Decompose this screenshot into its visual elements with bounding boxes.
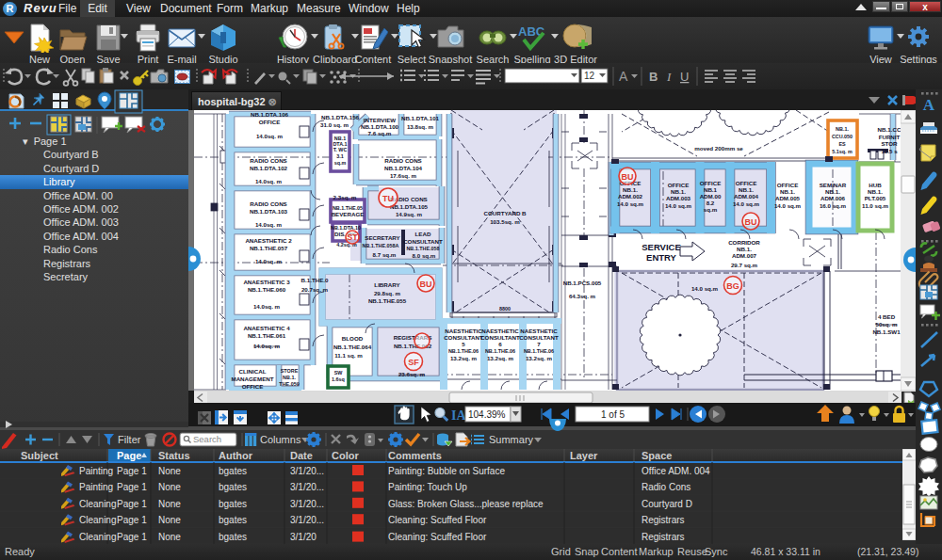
- svg-text:Search: Search: [193, 434, 221, 444]
- svg-text:NB.1.: NB.1.: [737, 246, 752, 252]
- svg-text:11.1 sq. m: 11.1 sq. m: [334, 352, 363, 359]
- svg-text:64.3sq. m: 64.3sq. m: [569, 293, 596, 299]
- svg-text:NB.1.: NB.1.: [825, 188, 840, 195]
- svg-text:ADM.007: ADM.007: [732, 252, 757, 259]
- svg-text:ADM.005: ADM.005: [775, 195, 801, 201]
- svg-text:29.8sq. m: 29.8sq. m: [374, 290, 401, 296]
- svg-text:Layer: Layer: [570, 450, 598, 461]
- svg-text:BU: BU: [745, 217, 757, 227]
- svg-text:OFFICE: OFFICE: [777, 182, 799, 188]
- svg-text:CLINICAL: CLINICAL: [239, 368, 267, 375]
- svg-text:8800: 8800: [499, 306, 511, 312]
- svg-text:ES: ES: [838, 141, 846, 147]
- svg-text:CCU.050: CCU.050: [832, 134, 853, 139]
- svg-text:14.0sq. m: 14.0sq. m: [255, 221, 283, 228]
- svg-text:3/1/20: 3/1/20: [290, 532, 317, 542]
- svg-text:Painting: Painting: [79, 482, 113, 492]
- svg-text:CONSULTANT: CONSULTANT: [444, 334, 483, 341]
- svg-text:Filter: Filter: [118, 434, 141, 445]
- svg-text:7.6 sq.m: 7.6 sq.m: [368, 130, 392, 136]
- svg-text:13.5 s: 13.5 s: [881, 148, 898, 154]
- svg-text:14.0sq. m: 14.0sq. m: [255, 178, 283, 184]
- svg-text:14.0 sq.m: 14.0 sq.m: [665, 202, 692, 209]
- svg-text:3.1: 3.1: [336, 153, 344, 159]
- svg-text:ADM.002: ADM.002: [618, 193, 643, 200]
- svg-text:None: None: [158, 532, 181, 542]
- svg-text:IA: IA: [451, 408, 466, 423]
- svg-text:Registrars: Registrars: [642, 515, 685, 525]
- svg-text:Cleaning: Cleaning: [79, 499, 116, 509]
- svg-text:5.1sq. m: 5.1sq. m: [832, 149, 853, 154]
- svg-text:Page 1: Page 1: [117, 499, 147, 509]
- svg-text:Author: Author: [219, 450, 253, 461]
- svg-text:8.2: 8.2: [706, 200, 715, 206]
- svg-text:14.9sq. m: 14.9sq. m: [396, 211, 423, 217]
- svg-text:14.0sq. m: 14.0sq. m: [255, 258, 283, 264]
- svg-text:Page 1: Page 1: [117, 466, 147, 476]
- svg-text:Cleaning: Scuffed Floor: Cleaning: Scuffed Floor: [388, 532, 487, 542]
- svg-text:OFFICE: OFFICE: [259, 119, 281, 125]
- svg-text:11.0 sq.m: 11.0 sq.m: [862, 202, 888, 209]
- svg-text:Courtyard D: Courtyard D: [642, 499, 692, 509]
- svg-text:None: None: [158, 482, 181, 492]
- svg-text:14.0 sq.m: 14.0 sq.m: [617, 200, 644, 207]
- svg-text:ENTRY: ENTRY: [646, 252, 677, 263]
- svg-text:Page 1: Page 1: [117, 532, 147, 542]
- svg-text:BG: BG: [726, 281, 739, 291]
- svg-text:Painting: Painting: [79, 466, 113, 476]
- svg-text:SF: SF: [408, 358, 419, 367]
- svg-text:THE.059: THE.059: [279, 381, 299, 387]
- svg-text:SERVICE: SERVICE: [642, 242, 681, 252]
- svg-text:CONSULTANT: CONSULTANT: [403, 238, 443, 245]
- svg-text:8.0 sq.m: 8.0 sq.m: [413, 252, 436, 259]
- svg-text:BU: BU: [622, 172, 634, 182]
- svg-text:BLOOD: BLOOD: [342, 335, 364, 342]
- svg-text:NB.1.: NB.1.: [868, 188, 883, 195]
- svg-text:12: 12: [584, 71, 595, 81]
- svg-text:31.0 sq. m: 31.0 sq. m: [320, 121, 349, 128]
- svg-text:bgates: bgates: [219, 482, 247, 492]
- svg-text:Painting: Touch Up: Painting: Touch Up: [388, 482, 467, 492]
- svg-text:I: I: [666, 70, 672, 84]
- svg-text:LEAD: LEAD: [415, 231, 431, 237]
- svg-text:NB.1.: NB.1.: [671, 188, 686, 195]
- svg-text:3/1/20...: 3/1/20...: [290, 482, 324, 492]
- svg-text:A: A: [923, 96, 935, 114]
- svg-text:MANAGEMENT: MANAGEMENT: [231, 376, 273, 382]
- svg-text:29.7 sq.m: 29.7 sq.m: [731, 262, 758, 268]
- svg-text:Date: Date: [290, 450, 313, 461]
- svg-text:NB.1.: NB.1.: [780, 188, 795, 195]
- svg-text:50sq. m: 50sq. m: [875, 321, 898, 328]
- svg-text:NAESTHETIC: NAESTHETIC: [520, 328, 558, 334]
- svg-text:bgates: bgates: [219, 515, 247, 525]
- svg-text:ANAESTHETIC 2: ANAESTHETIC 2: [245, 237, 292, 244]
- svg-text:1.6sq: 1.6sq: [332, 376, 345, 382]
- svg-text:Comments: Comments: [388, 450, 442, 461]
- svg-text:NB.1.THE.064: NB.1.THE.064: [333, 344, 372, 350]
- svg-text:3/1/20...: 3/1/20...: [290, 515, 324, 525]
- svg-text:NB.1.THE.06: NB.1.THE.06: [448, 348, 479, 354]
- svg-text:NB.1.THE.060: NB.1.THE.060: [248, 286, 286, 293]
- svg-text:NAESTHETIC: NAESTHETIC: [445, 328, 482, 334]
- svg-text:CONSULTANT: CONSULTANT: [480, 334, 520, 341]
- svg-text:14.0sq. m: 14.0sq. m: [256, 133, 284, 139]
- svg-text:103.5sq. m: 103.5sq. m: [490, 218, 520, 225]
- svg-text:Cleaning: Scuffed Floor: Cleaning: Scuffed Floor: [388, 515, 487, 525]
- svg-text:NB.1.DTA.156: NB.1.DTA.156: [321, 114, 360, 120]
- svg-text:None: None: [158, 515, 181, 525]
- svg-text:OFFICE: OFFICE: [668, 182, 690, 188]
- svg-text:Color: Color: [332, 450, 359, 461]
- svg-text:OFFICE: OFFICE: [736, 180, 757, 186]
- svg-text:NB.1.THE.057: NB.1.THE.057: [250, 245, 288, 251]
- svg-text:6: 6: [498, 341, 502, 347]
- svg-text:NB.1.THE.06: NB.1.THE.06: [524, 348, 554, 354]
- svg-text:Page 1: Page 1: [117, 482, 147, 492]
- svg-text:16.0 sq.m: 16.0 sq.m: [820, 202, 847, 209]
- svg-text:None: None: [158, 466, 181, 476]
- svg-text:14.0 sq.m: 14.0 sq.m: [733, 200, 760, 207]
- svg-text:NB.1: NB.1: [704, 186, 718, 193]
- svg-text:NB.1.THE.058A: NB.1.THE.058A: [363, 243, 399, 248]
- svg-text:bgates: bgates: [219, 532, 247, 542]
- svg-text:B.1.THE.0: B.1.THE.0: [301, 277, 329, 283]
- svg-text:NB.1.THE.06: NB.1.THE.06: [485, 348, 515, 354]
